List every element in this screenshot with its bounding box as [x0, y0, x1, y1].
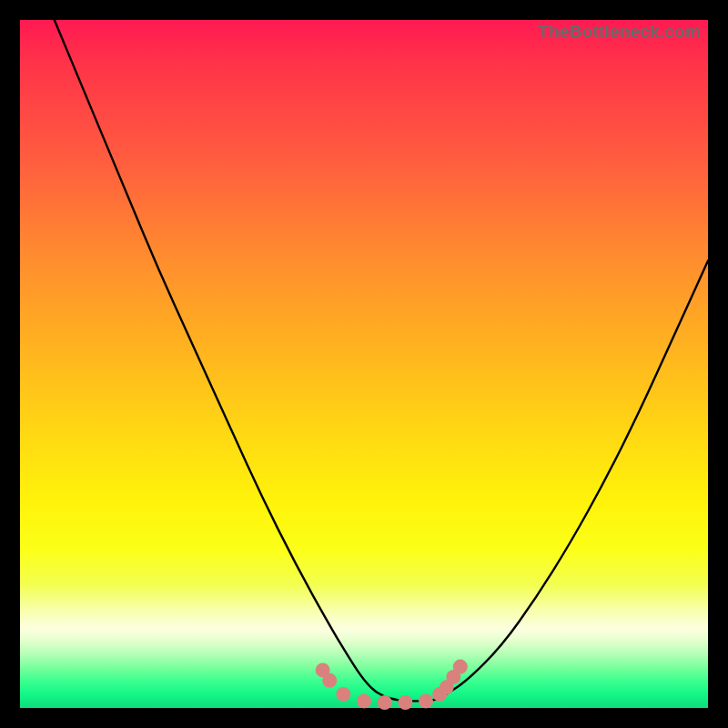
marker-dot: [336, 687, 350, 702]
marker-dot: [378, 695, 392, 710]
marker-dot: [419, 693, 433, 708]
plot-area: TheBottleneck.com: [20, 20, 708, 708]
marker-dot: [322, 673, 337, 688]
bottleneck-curve: [20, 20, 708, 708]
marker-dot: [398, 695, 412, 710]
curve-path: [55, 20, 708, 701]
chart-frame: TheBottleneck.com: [0, 0, 728, 728]
marker-dot: [453, 660, 468, 674]
marker-group: [316, 660, 468, 710]
marker-dot: [357, 693, 371, 708]
